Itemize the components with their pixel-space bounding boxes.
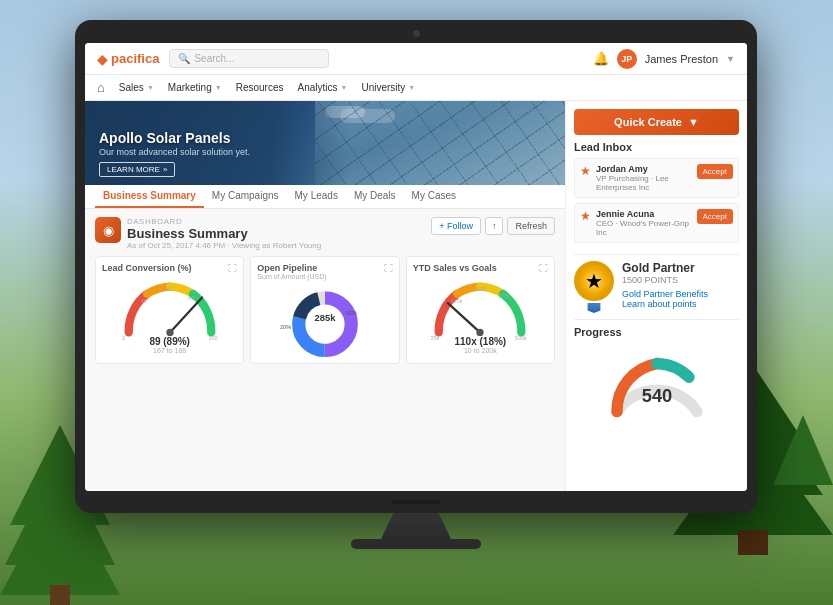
main-area: Apollo Solar Panels Our most advanced so… [85,101,747,491]
chart-header-2: Open Pipeline ⛶ [257,263,392,273]
monitor: ◆ pacifica 🔍 Search... 🔔 JP James Presto… [75,20,757,549]
nav-university-label: University [361,82,405,93]
nav-item-sales[interactable]: Sales ▼ [119,82,154,93]
svg-text:52%: 52% [346,310,357,316]
dashboard-label: DASHBOARD [127,217,425,226]
dashboard-header: ◉ DASHBOARD Business Summary As of Oct 2… [95,217,555,250]
follow-button[interactable]: + Follow [431,217,481,235]
quick-create-label: Quick Create [614,116,682,128]
nav-item-analytics[interactable]: Analytics ▼ [297,82,347,93]
svg-text:0: 0 [122,335,125,341]
hero-cta-arrow: » [163,165,167,174]
svg-rect-3 [50,585,70,605]
quick-create-button[interactable]: Quick Create ▼ [574,109,739,135]
lead-name-2: Jennie Acuna [596,209,692,219]
partner-link-1[interactable]: Gold Partner Benefits [622,289,739,299]
dashboard-title-block: DASHBOARD Business Summary As of Oct 25,… [127,217,425,250]
ytd-value: 110x (18%) [454,336,506,347]
lead-gauge-svg: 0 40 60 80 100 [115,277,225,342]
refresh-button[interactable]: Refresh [507,217,555,235]
hero-title: Apollo Solar Panels [99,130,250,146]
gauge-subvalue: 167 to 188 [153,347,186,354]
monitor-stand-assembly [75,513,757,549]
nav-university-chevron: ▼ [408,84,415,91]
quick-create-dropdown-icon: ▼ [688,116,699,128]
chart-ytd-expand[interactable]: ⛶ [539,263,548,273]
nav-analytics-label: Analytics [297,82,337,93]
lead-star-1: ★ [580,164,591,178]
svg-text:40: 40 [140,298,146,304]
search-placeholder: Search... [194,53,234,64]
chart-open-pipeline: Open Pipeline ⛶ Sum of Amount (USD) [250,256,399,364]
chart-ytd-sales: YTD Sales vs Goals ⛶ [406,256,555,364]
accept-button-1[interactable]: Accept [697,164,733,179]
lead-info-1: Jordan Amy VP Purchasing · Lee Enterpris… [596,164,692,192]
partner-card: ★ Gold Partner 1500 POINTS Gold Partner … [574,261,739,313]
nav-marketing-label: Marketing [168,82,212,93]
search-bar[interactable]: 🔍 Search... [169,49,329,68]
lead-info-2: Jennie Acuna CEO · Wood's Power-Grip Inc [596,209,692,237]
lead-inbox-title: Lead Inbox [574,141,739,153]
svg-text:500k: 500k [515,335,527,341]
ytd-gauge-svg: 25k 125k 250k 375k 500k [425,277,535,342]
bell-icon[interactable]: 🔔 [593,51,609,66]
share-button[interactable]: ↑ [485,217,504,235]
nav-item-resources[interactable]: Resources [236,82,284,93]
hero-subtitle: Our most advanced solar solution yet. [99,147,250,157]
logo-text: pacifica [111,51,159,66]
user-name: James Preston [645,53,718,65]
gauge-value: 89 (89%) [149,336,190,347]
nav-analytics-chevron: ▼ [340,84,347,91]
left-panel: Apollo Solar Panels Our most advanced so… [85,101,565,491]
tab-my-deals[interactable]: My Deals [346,185,404,208]
nav-bar: ⌂ Sales ▼ Marketing ▼ Resources Analytic… [85,75,747,101]
hero-cta-button[interactable]: LEARN MORE » [99,162,175,177]
monitor-stand [371,513,461,541]
user-dropdown-icon[interactable]: ▼ [726,54,735,64]
partner-info: Gold Partner 1500 POINTS Gold Partner Be… [622,261,739,309]
logo-icon: ◆ [97,51,108,67]
ytd-gauge-container: 25k 125k 250k 375k 500k [413,277,548,354]
app-header: ◆ pacifica 🔍 Search... 🔔 JP James Presto… [85,43,747,75]
tab-business-summary[interactable]: Business Summary [95,185,204,208]
chart-header-3: YTD Sales vs Goals ⛶ [413,263,548,273]
nav-marketing-chevron: ▼ [215,84,222,91]
partner-points: 1500 POINTS [622,275,739,285]
tab-my-leads[interactable]: My Leads [287,185,346,208]
lead-inbox-section: Lead Inbox ★ Jordan Amy VP Purchasing · … [574,141,739,248]
medal-circle: ★ [574,261,614,301]
svg-text:540: 540 [641,385,671,406]
svg-text:80: 80 [188,295,194,301]
lead-item-2: ★ Jennie Acuna CEO · Wood's Power-Grip I… [574,203,739,243]
search-icon: 🔍 [178,53,190,64]
header-right: 🔔 JP James Preston ▼ [593,49,735,69]
svg-text:125k: 125k [451,298,463,304]
progress-gauge: 540 [574,343,739,423]
hero-banner: Apollo Solar Panels Our most advanced so… [85,101,565,185]
svg-text:100: 100 [208,335,217,341]
dashboard-subtitle: As of Oct 25, 2017 4:46 PM · Viewing as … [127,241,425,250]
svg-text:20%: 20% [280,324,291,330]
nav-home-icon[interactable]: ⌂ [97,80,105,95]
chart-expand-icon[interactable]: ⛶ [228,263,237,273]
tab-my-campaigns[interactable]: My Campaigns [204,185,287,208]
nav-sales-label: Sales [119,82,144,93]
nav-resources-label: Resources [236,82,284,93]
nav-sales-chevron: ▼ [147,84,154,91]
medal-container: ★ [574,261,614,313]
accept-button-2[interactable]: Accept [697,209,733,224]
progress-section: Progress 540 [574,326,739,423]
svg-line-15 [170,298,202,333]
hero-content: Apollo Solar Panels Our most advanced so… [99,130,250,177]
lead-detail-1: VP Purchasing · Lee Enterprises Inc [596,174,692,192]
nav-item-university[interactable]: University ▼ [361,82,415,93]
hero-cta-label: LEARN MORE [107,165,160,174]
tab-my-cases[interactable]: My Cases [404,185,464,208]
bezel-notch [391,500,441,504]
chart-ytd-title: YTD Sales vs Goals [413,263,497,273]
nav-item-marketing[interactable]: Marketing ▼ [168,82,222,93]
logo: ◆ pacifica [97,51,159,67]
chart-pipeline-expand[interactable]: ⛶ [384,263,393,273]
charts-row: Lead Conversion (%) ⛶ [95,256,555,364]
partner-link-2[interactable]: Learn about points [622,299,739,309]
